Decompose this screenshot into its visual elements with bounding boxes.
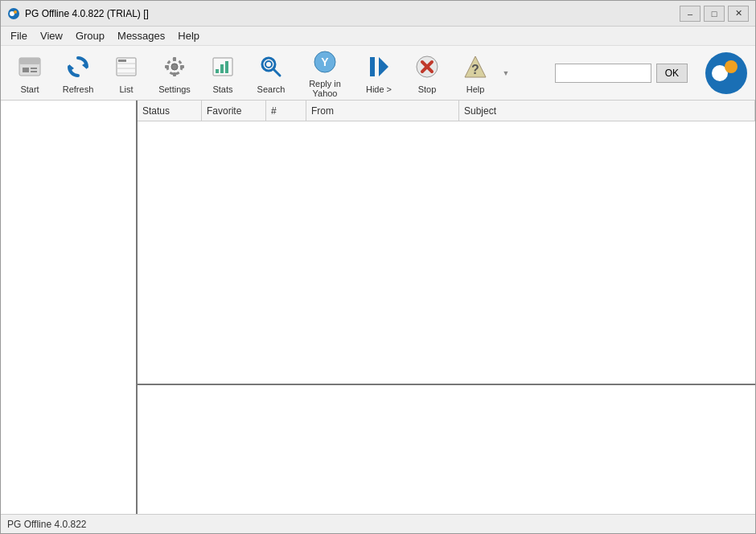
status-text: PG Offline 4.0.822	[7, 519, 87, 530]
svg-text:?: ?	[471, 63, 479, 76]
svg-rect-6	[31, 68, 37, 69]
search-input[interactable]	[555, 64, 651, 83]
list-icon	[112, 52, 141, 81]
svg-point-2	[14, 10, 17, 14]
hide-icon	[364, 52, 393, 81]
stop-label: Stop	[418, 84, 437, 94]
col-header-from[interactable]: From	[306, 101, 459, 121]
svg-rect-19	[165, 65, 169, 68]
table-header: Status Favorite # From Subject	[138, 101, 755, 121]
right-panel: Status Favorite # From Subject	[138, 101, 755, 514]
menu-view[interactable]: View	[34, 28, 69, 43]
reply-yahoo-label: Reply in Yahoo	[298, 79, 352, 98]
svg-marker-30	[379, 57, 388, 76]
hide-button[interactable]: Hide >	[356, 50, 401, 97]
stats-icon	[208, 52, 237, 81]
col-header-status[interactable]: Status	[138, 101, 202, 121]
start-label: Start	[20, 84, 39, 94]
svg-rect-22	[216, 69, 219, 73]
list-button[interactable]: List	[104, 50, 149, 97]
start-icon	[15, 52, 44, 81]
search-icon	[257, 52, 286, 81]
main-content: Status Favorite # From Subject	[1, 101, 755, 514]
hide-label: Hide >	[366, 84, 392, 94]
svg-rect-14	[118, 60, 126, 62]
svg-point-15	[171, 64, 178, 70]
toolbar-search-area: OK	[555, 64, 694, 83]
search-button[interactable]: Search	[249, 50, 294, 97]
svg-rect-31	[370, 57, 375, 76]
stats-label: Stats	[212, 84, 232, 94]
svg-rect-18	[173, 72, 176, 76]
refresh-button[interactable]: Refresh	[55, 50, 101, 97]
settings-label: Settings	[158, 84, 191, 94]
title-bar-left: PG Offline 4.0.822 (TRIAL) []	[7, 7, 149, 20]
stop-icon	[413, 52, 442, 81]
svg-rect-7	[31, 71, 37, 72]
col-header-subject[interactable]: Subject	[459, 101, 755, 121]
stats-button[interactable]: Stats	[200, 50, 245, 97]
refresh-label: Refresh	[63, 84, 94, 94]
menu-bar: File View Group Messages Help	[1, 27, 755, 46]
messages-list	[138, 121, 755, 385]
title-bar-text: PG Offline 4.0.822 (TRIAL) []	[25, 8, 149, 19]
title-bar-controls: – □ ✕	[680, 6, 749, 22]
app-logo	[704, 51, 749, 96]
svg-text:Y: Y	[321, 55, 329, 68]
stop-button[interactable]: Stop	[405, 50, 450, 97]
col-header-favorite[interactable]: Favorite	[202, 101, 266, 121]
svg-rect-5	[23, 68, 29, 72]
title-bar: PG Offline 4.0.822 (TRIAL) [] – □ ✕	[1, 1, 755, 27]
settings-icon	[160, 52, 189, 81]
close-button[interactable]: ✕	[728, 6, 749, 22]
start-button[interactable]: Start	[7, 50, 52, 97]
help-label: Help	[466, 84, 485, 94]
svg-rect-20	[180, 65, 184, 68]
menu-help[interactable]: Help	[171, 28, 206, 43]
col-header-num[interactable]: #	[266, 101, 306, 121]
list-label: List	[119, 84, 133, 94]
main-window: PG Offline 4.0.822 (TRIAL) [] – □ ✕ File…	[0, 0, 756, 534]
maximize-button[interactable]: □	[704, 6, 725, 22]
status-bar: PG Offline 4.0.822	[1, 514, 755, 533]
menu-messages[interactable]: Messages	[111, 28, 171, 43]
preview-area	[138, 385, 755, 514]
settings-button[interactable]: Settings	[152, 50, 197, 97]
reply-yahoo-icon: Y	[310, 48, 339, 76]
svg-line-27	[273, 69, 280, 76]
help-button[interactable]: ? Help	[453, 50, 498, 97]
svg-point-39	[725, 60, 738, 73]
svg-rect-17	[173, 57, 176, 61]
toolbar-resize-handle[interactable]: ▼	[501, 50, 511, 97]
app-icon	[7, 7, 20, 20]
svg-point-26	[265, 61, 272, 68]
minimize-button[interactable]: –	[680, 6, 701, 22]
sidebar	[1, 101, 138, 514]
refresh-icon	[64, 52, 92, 81]
svg-rect-24	[225, 61, 228, 73]
menu-group[interactable]: Group	[69, 28, 111, 43]
help-icon: ?	[461, 52, 490, 81]
svg-rect-4	[19, 58, 40, 64]
menu-file[interactable]: File	[4, 28, 34, 43]
svg-rect-23	[220, 64, 224, 73]
ok-button[interactable]: OK	[656, 64, 688, 83]
toolbar: Start Refresh	[1, 46, 755, 101]
search-label: Search	[257, 84, 286, 94]
reply-yahoo-button[interactable]: Y Reply in Yahoo	[297, 50, 353, 97]
